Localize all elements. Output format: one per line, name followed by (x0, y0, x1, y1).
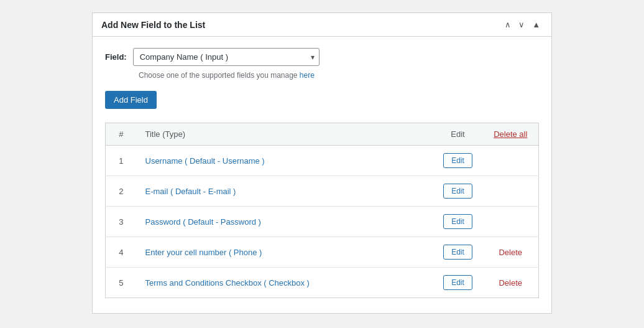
row-num: 5 (106, 268, 137, 298)
delete-link[interactable]: Delete (499, 248, 522, 257)
row-delete-cell: Delete (483, 237, 539, 268)
field-select-wrapper: Company Name ( Input ) (133, 48, 320, 66)
row-title: Enter your cell number ( Phone ) (137, 237, 433, 268)
fields-table: # Title (Type) Edit Delete all 1 Usernam… (105, 123, 539, 298)
panel-controls: ∧ ∨ ▲ (502, 19, 543, 30)
row-delete-cell (483, 176, 539, 207)
field-select[interactable]: Company Name ( Input ) (133, 48, 320, 66)
table-row: 2 E-mail ( Default - E-mail ) Edit (106, 176, 539, 207)
table-header: # Title (Type) Edit Delete all (106, 123, 539, 146)
panel-collapse-button[interactable]: ▲ (530, 19, 543, 30)
row-title: E-mail ( Default - E-mail ) (137, 176, 433, 207)
edit-button[interactable]: Edit (443, 245, 472, 260)
panel-body: Field: Company Name ( Input ) Choose one… (93, 37, 551, 313)
row-num: 2 (106, 176, 137, 207)
help-link[interactable]: here (300, 71, 315, 80)
row-edit-cell: Edit (433, 207, 483, 237)
row-title: Password ( Default - Password ) (137, 207, 433, 237)
panel-title: Add New Field to the List (101, 20, 205, 30)
row-delete-cell: Delete (483, 268, 539, 298)
add-field-panel: Add New Field to the List ∧ ∨ ▲ Field: C… (92, 12, 552, 314)
table-header-row: # Title (Type) Edit Delete all (106, 123, 539, 146)
col-delete-header: Delete all (483, 123, 539, 146)
delete-all-link[interactable]: Delete all (494, 129, 527, 139)
row-delete-cell (483, 146, 539, 176)
table-row: 1 Username ( Default - Username ) Edit (106, 146, 539, 176)
table-row: 3 Password ( Default - Password ) Edit (106, 207, 539, 237)
row-title: Username ( Default - Username ) (137, 146, 433, 176)
field-help-text: Choose one of the supported fields you m… (139, 71, 539, 80)
row-delete-cell (483, 207, 539, 237)
table-body: 1 Username ( Default - Username ) Edit 2… (106, 146, 539, 298)
row-num: 4 (106, 237, 137, 268)
col-num-header: # (106, 123, 137, 146)
row-edit-cell: Edit (433, 176, 483, 207)
edit-button[interactable]: Edit (443, 184, 472, 199)
col-title-header: Title (Type) (137, 123, 433, 146)
row-num: 1 (106, 146, 137, 176)
panel-up-button[interactable]: ∧ (502, 19, 513, 30)
row-num: 3 (106, 207, 137, 237)
table-row: 4 Enter your cell number ( Phone ) Edit … (106, 237, 539, 268)
table-row: 5 Terms and Conditions Checkbox ( Checkb… (106, 268, 539, 298)
delete-link[interactable]: Delete (499, 278, 522, 288)
row-title: Terms and Conditions Checkbox ( Checkbox… (137, 268, 433, 298)
field-selector-row: Field: Company Name ( Input ) (105, 48, 539, 66)
edit-button[interactable]: Edit (443, 153, 472, 168)
field-label: Field: (105, 52, 127, 62)
edit-button[interactable]: Edit (443, 275, 472, 290)
col-edit-header: Edit (433, 123, 483, 146)
add-field-button[interactable]: Add Field (105, 91, 157, 109)
row-edit-cell: Edit (433, 237, 483, 268)
row-edit-cell: Edit (433, 146, 483, 176)
panel-down-button[interactable]: ∨ (516, 19, 527, 30)
row-edit-cell: Edit (433, 268, 483, 298)
edit-button[interactable]: Edit (443, 214, 472, 229)
panel-header: Add New Field to the List ∧ ∨ ▲ (93, 13, 551, 37)
